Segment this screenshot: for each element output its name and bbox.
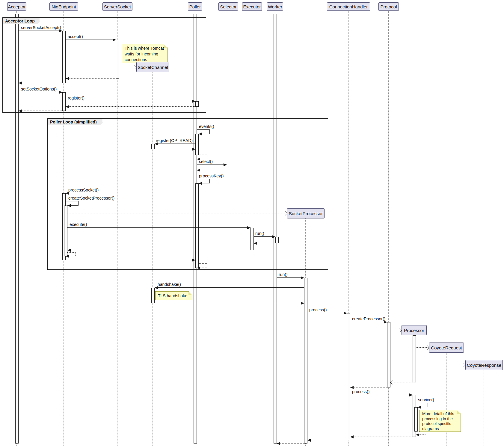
message-process-arrowhead — [344, 312, 347, 315]
create-message-arrowhead — [283, 211, 287, 215]
message-run-label: run() — [255, 231, 264, 236]
message-createsocketprocessor-line-down — [78, 201, 79, 206]
return-message-line — [197, 170, 227, 170]
return-message-line — [155, 303, 304, 303]
message-service-line-down — [428, 403, 428, 407]
return-message-arrowhead — [350, 386, 354, 389]
participant-poller: Poller — [188, 2, 202, 11]
return-message-line — [277, 443, 304, 444]
message-run-line — [277, 277, 304, 278]
self-return-line-down — [207, 264, 207, 268]
return-message-line — [66, 78, 116, 79]
activation-2 — [62, 92, 66, 111]
message-process-line — [307, 313, 347, 313]
lifeline-coyoterequest — [446, 353, 446, 446]
message-handshake-arrowhead — [155, 286, 158, 289]
return-message-arrowhead — [19, 109, 22, 112]
note-tls-handshake-fold — [188, 292, 192, 295]
message-service-line-out — [416, 403, 428, 403]
create-message-arrowhead — [398, 328, 402, 332]
message-serversocketaccept-label: serverSocketAccept() — [21, 25, 61, 30]
participant-acceptor: Acceptor — [7, 2, 26, 11]
message-processkey-label: processKey() — [199, 174, 224, 178]
message-run-label: run() — [279, 272, 288, 277]
message-register-line — [66, 101, 195, 101]
activation-5 — [151, 144, 155, 149]
frame-label-acceptor-loop: Acceptor Loop — [2, 17, 40, 24]
return-message-line — [66, 260, 195, 260]
activation-bar-worker — [274, 14, 277, 444]
return-message-line — [67, 250, 251, 250]
activation-11 — [275, 237, 279, 243]
return-message-line — [66, 106, 195, 107]
message-processkey-line-out — [197, 179, 210, 179]
message-events-line-down — [209, 130, 210, 134]
return-message-arrowhead — [66, 77, 69, 80]
self-return-line-down — [75, 253, 76, 256]
participant-protocol: Protocol — [378, 2, 399, 11]
return-message-arrowhead — [277, 442, 280, 445]
message-select-line — [197, 165, 227, 165]
activation-16 — [413, 335, 416, 382]
message-register-op-read-line — [155, 144, 195, 144]
return-message-line — [19, 83, 62, 83]
participant-coyoterequest: CoyoteRequest — [429, 343, 464, 353]
frame-label-poller-loop-simplified: Poller Loop (simplified) — [47, 118, 103, 125]
create-message-arrowhead — [132, 65, 137, 69]
return-message-line — [350, 387, 387, 387]
participant-coyoteresponse: CoyoteResponse — [465, 360, 503, 370]
activation-3 — [195, 101, 199, 107]
participant-processor: Processor — [402, 325, 427, 335]
activation-bar-acceptor — [15, 14, 19, 444]
self-return-line-out — [67, 252, 76, 253]
activation-7 — [195, 183, 199, 268]
frame-acceptor-loop — [2, 17, 206, 113]
lifeline-selector — [228, 11, 228, 446]
message-events-arrowhead — [199, 132, 202, 135]
message-select-arrowhead — [224, 163, 227, 166]
note-tomcat-waits: This is where Tomcat waits for incoming … — [122, 44, 168, 63]
message-execute-arrowhead — [247, 226, 251, 229]
message-accept-line — [66, 40, 116, 40]
participant-socketprocessor: SocketProcessor — [287, 208, 325, 218]
activation-0 — [62, 31, 66, 83]
activation-13 — [151, 288, 155, 303]
message-createsocketprocessor-line-out — [66, 201, 79, 201]
activation-14 — [347, 313, 350, 440]
return-message-arrowhead — [254, 242, 257, 245]
return-message-arrowhead — [192, 148, 195, 151]
message-createsocketprocessor-label: createSocketProcessor() — [68, 196, 114, 200]
return-message-arrowhead — [390, 380, 394, 384]
note-more-detail: More detail of this processing in the pr… — [420, 410, 461, 432]
message-run-arrowhead — [301, 276, 304, 279]
message-process-label: process() — [309, 307, 327, 312]
return-message-arrowhead — [192, 259, 195, 262]
self-return-line-down — [207, 155, 207, 159]
message-handshake-label: handshake() — [158, 282, 181, 287]
activation-10 — [251, 228, 254, 250]
return-message-line — [19, 111, 62, 111]
message-register-label: register() — [68, 96, 84, 100]
message-process-label: process() — [352, 389, 369, 394]
self-return-arrowhead — [197, 266, 200, 269]
message-setsocketoptions-line — [19, 92, 62, 92]
activation-12 — [304, 278, 307, 444]
message-createsocketprocessor-arrowhead — [67, 204, 71, 207]
self-return-arrowhead — [416, 433, 419, 436]
activation-1 — [116, 40, 119, 79]
return-message-arrowhead — [66, 105, 69, 108]
lifeline-socketchannel — [153, 72, 153, 446]
participant-selector: Selector — [218, 2, 238, 11]
message-processkey-arrowhead — [199, 182, 202, 185]
activation-15 — [387, 322, 390, 387]
activation-6 — [227, 165, 230, 170]
message-events-line-out — [197, 129, 210, 130]
self-return-line-out — [199, 263, 208, 264]
participant-executor: Executor — [242, 2, 262, 11]
return-message-arrowhead — [67, 249, 71, 252]
message-processsocket-line — [66, 193, 195, 193]
create-message-arrowhead — [425, 346, 429, 350]
message-execute-label: execute() — [70, 222, 87, 227]
message-setsocketoptions-arrowhead — [59, 91, 62, 94]
message-run-arrowhead — [272, 235, 275, 238]
